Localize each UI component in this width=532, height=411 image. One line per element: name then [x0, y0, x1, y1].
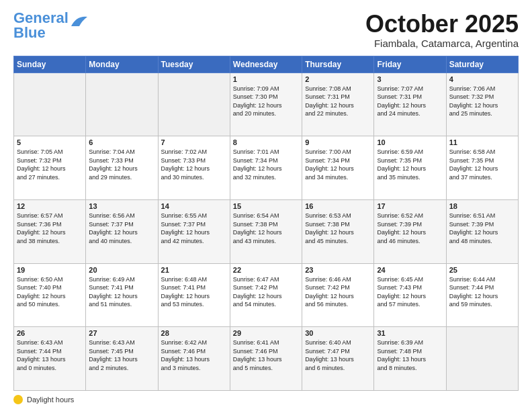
subtitle: Fiambala, Catamarca, Argentina — [365, 38, 519, 49]
table-row: 26Sunrise: 6:43 AM Sunset: 7:44 PM Dayli… — [14, 327, 86, 391]
sun-icon — [13, 395, 23, 404]
day-info: Sunrise: 7:09 AM Sunset: 7:30 PM Dayligh… — [233, 85, 299, 118]
table-row: 25Sunrise: 6:44 AM Sunset: 7:44 PM Dayli… — [446, 263, 518, 327]
day-info: Sunrise: 7:01 AM Sunset: 7:34 PM Dayligh… — [233, 148, 299, 181]
day-number: 11 — [449, 138, 515, 146]
day-info: Sunrise: 6:57 AM Sunset: 7:36 PM Dayligh… — [17, 212, 83, 245]
table-row: 3Sunrise: 7:07 AM Sunset: 7:31 PM Daylig… — [374, 73, 446, 136]
day-number: 4 — [449, 75, 515, 83]
day-info: Sunrise: 7:07 AM Sunset: 7:31 PM Dayligh… — [377, 85, 443, 118]
table-row: 19Sunrise: 6:50 AM Sunset: 7:40 PM Dayli… — [14, 263, 86, 327]
day-info: Sunrise: 7:00 AM Sunset: 7:34 PM Dayligh… — [305, 148, 371, 181]
day-info: Sunrise: 7:08 AM Sunset: 7:31 PM Dayligh… — [305, 85, 371, 118]
day-info: Sunrise: 6:45 AM Sunset: 7:43 PM Dayligh… — [377, 275, 443, 309]
table-row: 9Sunrise: 7:00 AM Sunset: 7:34 PM Daylig… — [302, 136, 374, 200]
day-info: Sunrise: 6:53 AM Sunset: 7:38 PM Dayligh… — [305, 212, 371, 245]
day-info: Sunrise: 6:48 AM Sunset: 7:41 PM Dayligh… — [161, 275, 227, 309]
day-number: 20 — [89, 266, 154, 274]
table-row: 17Sunrise: 6:52 AM Sunset: 7:39 PM Dayli… — [374, 199, 446, 263]
day-info: Sunrise: 6:39 AM Sunset: 7:48 PM Dayligh… — [377, 338, 443, 372]
day-info: Sunrise: 6:46 AM Sunset: 7:42 PM Dayligh… — [305, 275, 371, 309]
day-number: 28 — [161, 329, 227, 337]
day-number: 26 — [17, 329, 83, 337]
logo-wing-icon — [70, 14, 89, 28]
header-saturday: Saturday — [446, 56, 518, 73]
header-thursday: Thursday — [302, 56, 374, 73]
header-sunday: Sunday — [14, 56, 86, 73]
day-info: Sunrise: 7:04 AM Sunset: 7:33 PM Dayligh… — [89, 148, 154, 181]
day-number: 6 — [89, 138, 154, 146]
day-number: 2 — [305, 75, 371, 83]
daylight-label: Daylight hours — [27, 396, 74, 404]
day-number: 15 — [233, 202, 299, 210]
table-row: 1Sunrise: 7:09 AM Sunset: 7:30 PM Daylig… — [230, 73, 302, 136]
table-row: 18Sunrise: 6:51 AM Sunset: 7:39 PM Dayli… — [446, 199, 518, 263]
table-row: 27Sunrise: 6:43 AM Sunset: 7:45 PM Dayli… — [86, 327, 158, 391]
day-info: Sunrise: 7:05 AM Sunset: 7:32 PM Dayligh… — [17, 148, 83, 181]
table-row — [446, 327, 518, 391]
day-info: Sunrise: 6:41 AM Sunset: 7:46 PM Dayligh… — [233, 338, 299, 372]
day-number: 12 — [17, 202, 83, 210]
table-row: 12Sunrise: 6:57 AM Sunset: 7:36 PM Dayli… — [14, 199, 86, 263]
table-row: 4Sunrise: 7:06 AM Sunset: 7:32 PM Daylig… — [446, 73, 518, 136]
day-info: Sunrise: 6:54 AM Sunset: 7:38 PM Dayligh… — [233, 212, 299, 245]
day-number: 21 — [161, 266, 227, 274]
table-row: 29Sunrise: 6:41 AM Sunset: 7:46 PM Dayli… — [230, 327, 302, 391]
table-row — [86, 73, 158, 136]
title-section: October 2025 Fiambala, Catamarca, Argent… — [365, 11, 519, 49]
day-info: Sunrise: 6:40 AM Sunset: 7:47 PM Dayligh… — [305, 338, 371, 372]
table-row: 21Sunrise: 6:48 AM Sunset: 7:41 PM Dayli… — [158, 263, 230, 327]
day-info: Sunrise: 7:06 AM Sunset: 7:32 PM Dayligh… — [449, 85, 515, 118]
day-info: Sunrise: 6:56 AM Sunset: 7:37 PM Dayligh… — [89, 212, 154, 245]
table-row: 11Sunrise: 6:58 AM Sunset: 7:35 PM Dayli… — [446, 136, 518, 200]
table-row — [158, 73, 230, 136]
day-info: Sunrise: 6:44 AM Sunset: 7:44 PM Dayligh… — [449, 275, 515, 309]
day-number: 10 — [377, 138, 443, 146]
table-row: 5Sunrise: 7:05 AM Sunset: 7:32 PM Daylig… — [14, 136, 86, 200]
day-number: 23 — [305, 266, 371, 274]
table-row: 7Sunrise: 7:02 AM Sunset: 7:33 PM Daylig… — [158, 136, 230, 200]
table-row: 2Sunrise: 7:08 AM Sunset: 7:31 PM Daylig… — [302, 73, 374, 136]
calendar-week-row: 26Sunrise: 6:43 AM Sunset: 7:44 PM Dayli… — [14, 327, 519, 391]
day-number: 29 — [233, 329, 299, 337]
day-info: Sunrise: 6:59 AM Sunset: 7:35 PM Dayligh… — [377, 148, 443, 181]
logo-text: GeneralBlue — [13, 11, 69, 40]
day-number: 1 — [233, 75, 299, 83]
calendar-table: Sunday Monday Tuesday Wednesday Thursday… — [13, 56, 519, 391]
day-info: Sunrise: 6:42 AM Sunset: 7:46 PM Dayligh… — [161, 338, 227, 372]
header-wednesday: Wednesday — [230, 56, 302, 73]
header-monday: Monday — [86, 56, 158, 73]
header-friday: Friday — [374, 56, 446, 73]
day-info: Sunrise: 6:47 AM Sunset: 7:42 PM Dayligh… — [233, 275, 299, 309]
day-info: Sunrise: 6:50 AM Sunset: 7:40 PM Dayligh… — [17, 275, 83, 309]
day-number: 27 — [89, 329, 154, 337]
calendar: Sunday Monday Tuesday Wednesday Thursday… — [13, 56, 519, 391]
table-row: 16Sunrise: 6:53 AM Sunset: 7:38 PM Dayli… — [302, 199, 374, 263]
footer: Daylight hours — [13, 395, 519, 404]
table-row: 10Sunrise: 6:59 AM Sunset: 7:35 PM Dayli… — [374, 136, 446, 200]
calendar-week-row: 12Sunrise: 6:57 AM Sunset: 7:36 PM Dayli… — [14, 199, 519, 263]
day-info: Sunrise: 6:52 AM Sunset: 7:39 PM Dayligh… — [377, 212, 443, 245]
calendar-week-row: 19Sunrise: 6:50 AM Sunset: 7:40 PM Dayli… — [14, 263, 519, 327]
day-number: 5 — [17, 138, 83, 146]
day-number: 31 — [377, 329, 443, 337]
day-info: Sunrise: 6:43 AM Sunset: 7:45 PM Dayligh… — [89, 338, 154, 372]
day-number: 30 — [305, 329, 371, 337]
day-info: Sunrise: 6:43 AM Sunset: 7:44 PM Dayligh… — [17, 338, 83, 372]
day-number: 9 — [305, 138, 371, 146]
table-row: 6Sunrise: 7:04 AM Sunset: 7:33 PM Daylig… — [86, 136, 158, 200]
day-info: Sunrise: 6:51 AM Sunset: 7:39 PM Dayligh… — [449, 212, 515, 245]
table-row: 20Sunrise: 6:49 AM Sunset: 7:41 PM Dayli… — [86, 263, 158, 327]
day-info: Sunrise: 6:49 AM Sunset: 7:41 PM Dayligh… — [89, 275, 154, 309]
table-row: 23Sunrise: 6:46 AM Sunset: 7:42 PM Dayli… — [302, 263, 374, 327]
day-number: 22 — [233, 266, 299, 274]
table-row: 8Sunrise: 7:01 AM Sunset: 7:34 PM Daylig… — [230, 136, 302, 200]
day-info: Sunrise: 7:02 AM Sunset: 7:33 PM Dayligh… — [161, 148, 227, 181]
day-number: 8 — [233, 138, 299, 146]
table-row: 28Sunrise: 6:42 AM Sunset: 7:46 PM Dayli… — [158, 327, 230, 391]
page: GeneralBlue October 2025 Fiambala, Catam… — [0, 0, 532, 411]
day-number: 19 — [17, 266, 83, 274]
table-row: 13Sunrise: 6:56 AM Sunset: 7:37 PM Dayli… — [86, 199, 158, 263]
header-tuesday: Tuesday — [158, 56, 230, 73]
table-row: 15Sunrise: 6:54 AM Sunset: 7:38 PM Dayli… — [230, 199, 302, 263]
